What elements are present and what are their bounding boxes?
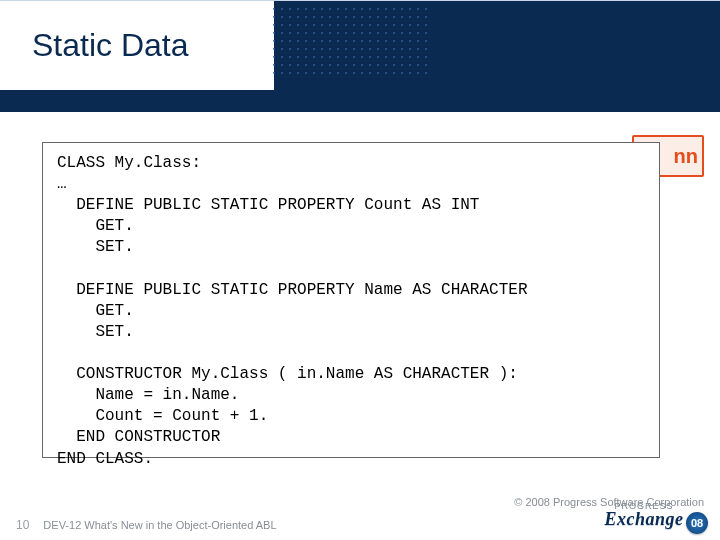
title-bar-dots — [270, 5, 430, 75]
code-line: CLASS My.Class: — [57, 154, 201, 172]
code-line: Name = in.Name. — [57, 386, 239, 404]
code-line: … — [57, 175, 67, 193]
code-line: SET. — [57, 238, 134, 256]
page-number: 10 — [16, 518, 29, 532]
title-bar: Static Data — [0, 0, 720, 90]
session-label: DEV-12 What's New in the Object-Oriented… — [43, 519, 276, 531]
title-underbar — [0, 90, 720, 112]
logo-badge: 08 — [686, 512, 708, 534]
code-line: GET. — [57, 302, 134, 320]
code-line: END CONSTRUCTOR — [57, 428, 220, 446]
code-line: SET. — [57, 323, 134, 341]
code-line: Count = Count + 1. — [57, 407, 268, 425]
callout-label: nn — [674, 145, 698, 168]
copyright-text: © 2008 Progress Software Corporation — [514, 496, 704, 508]
slide: Static Data nn CLASS My.Class: … DEFINE … — [0, 0, 720, 540]
code-line: CONSTRUCTOR My.Class ( in.Name AS CHARAC… — [57, 365, 518, 383]
logo-main-text: Exchange — [604, 509, 683, 530]
footer-left: 10 DEV-12 What's New in the Object-Orien… — [16, 518, 277, 532]
code-box: CLASS My.Class: … DEFINE PUBLIC STATIC P… — [42, 142, 660, 458]
code-line: DEFINE PUBLIC STATIC PROPERTY Name AS CH… — [57, 281, 527, 299]
code-line: END CLASS. — [57, 450, 153, 468]
code-line: GET. — [57, 217, 134, 235]
slide-title: Static Data — [32, 27, 189, 64]
code-line: DEFINE PUBLIC STATIC PROPERTY Count AS I… — [57, 196, 479, 214]
